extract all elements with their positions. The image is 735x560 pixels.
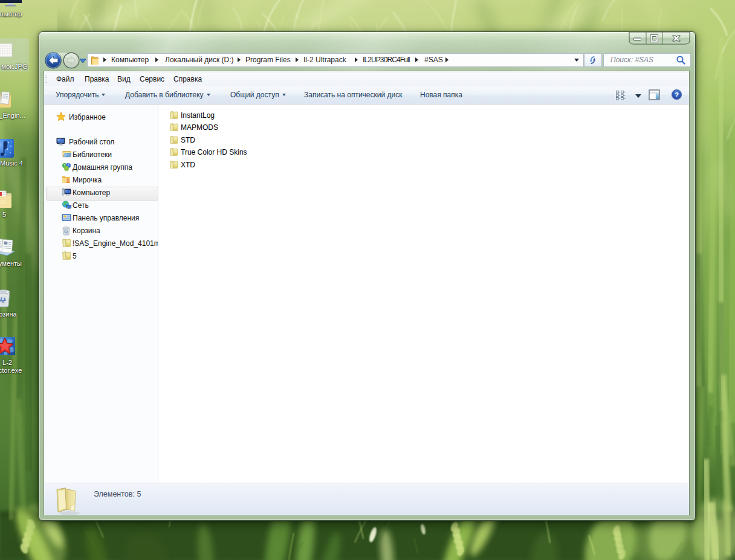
svg-text:?: ? (675, 91, 679, 98)
